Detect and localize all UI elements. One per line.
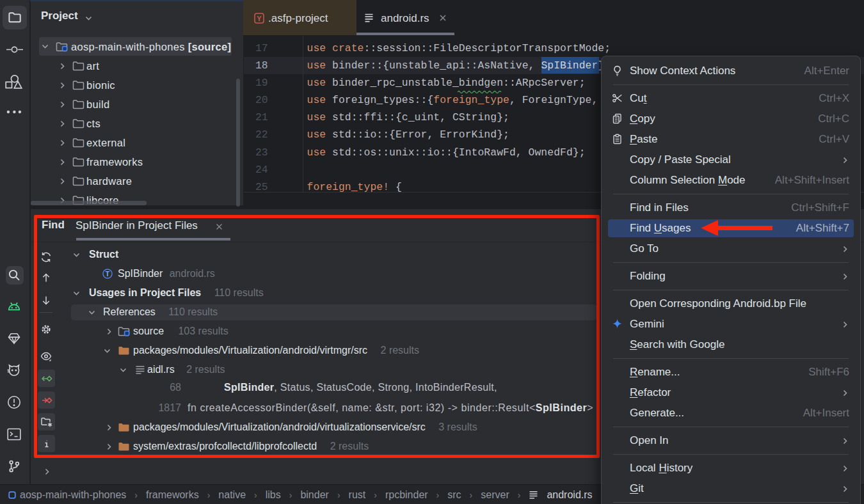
svg-text:Y: Y xyxy=(257,15,262,22)
